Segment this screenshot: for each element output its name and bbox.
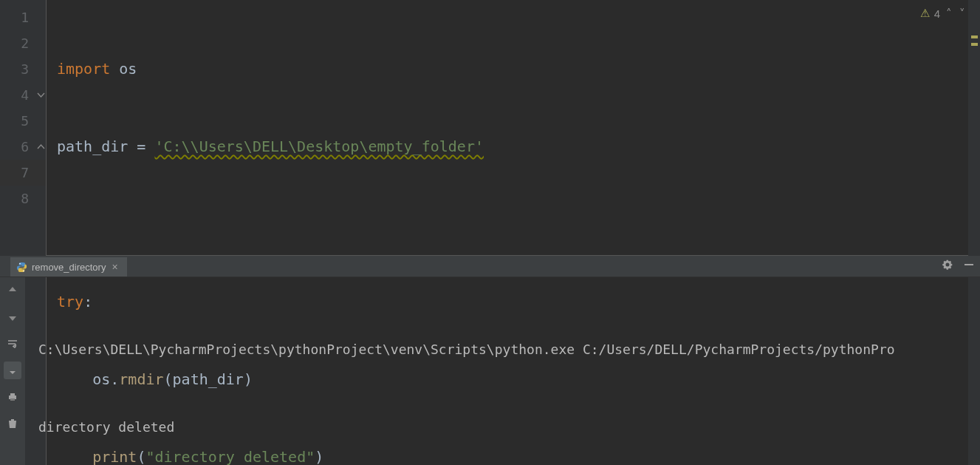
arrow-up-icon[interactable] [4, 282, 21, 299]
svg-rect-4 [10, 393, 15, 396]
line-number[interactable]: 2 [0, 30, 46, 56]
inspection-widget[interactable]: ⚠ 4 ˄ ˅ [920, 4, 967, 22]
console-line: directory deleted [38, 414, 980, 440]
chevron-up-icon[interactable]: ˄ [945, 7, 953, 20]
fold-close-icon[interactable] [37, 143, 45, 151]
warning-marker[interactable] [971, 43, 978, 46]
python-file-icon [16, 262, 27, 273]
warning-triangle-icon: ⚠ [920, 7, 930, 20]
scroll-to-end-icon[interactable] [4, 362, 21, 379]
line-number[interactable]: 4 [0, 82, 46, 108]
code-line[interactable]: path_dir = 'C:\\Users\DELL\Desktop\empty… [47, 134, 980, 160]
code-editor[interactable]: 1 2 3 4 5 6 7 8 [0, 0, 980, 255]
warning-marker[interactable] [971, 35, 978, 38]
chevron-down-icon[interactable]: ˅ [958, 7, 967, 20]
line-number[interactable]: 3 [0, 56, 46, 82]
svg-rect-2 [964, 264, 973, 265]
line-number[interactable]: 1 [0, 4, 46, 30]
svg-point-1 [23, 270, 24, 271]
run-tool-window: remove_directory × [0, 255, 980, 465]
code-line[interactable] [47, 211, 980, 237]
arrow-down-icon[interactable] [4, 308, 21, 326]
console-output[interactable]: C:\Users\DELL\PycharmProjects\pythonProj… [25, 277, 980, 465]
line-number[interactable]: 7 [0, 160, 46, 186]
trash-icon[interactable] [4, 415, 21, 432]
line-number[interactable]: 6 [0, 134, 46, 160]
fold-open-icon[interactable] [37, 91, 45, 99]
print-icon[interactable] [4, 388, 21, 406]
svg-rect-5 [10, 398, 15, 401]
inspection-count: 4 [934, 7, 940, 20]
run-tab[interactable]: remove_directory × [10, 257, 127, 276]
minimize-icon[interactable] [964, 259, 974, 273]
run-toolbar [0, 277, 25, 465]
line-number[interactable]: 5 [0, 108, 46, 134]
run-tab-label: remove_directory [32, 262, 106, 273]
line-number[interactable]: 8 [0, 186, 46, 211]
run-tab-bar: remove_directory × [0, 256, 980, 277]
close-icon[interactable]: × [110, 262, 119, 272]
svg-point-0 [19, 262, 21, 264]
console-line: C:\Users\DELL\PycharmProjects\pythonProj… [38, 336, 980, 362]
soft-wrap-icon[interactable] [4, 335, 21, 353]
code-line[interactable]: import os [47, 56, 980, 82]
gear-icon[interactable] [942, 259, 953, 274]
